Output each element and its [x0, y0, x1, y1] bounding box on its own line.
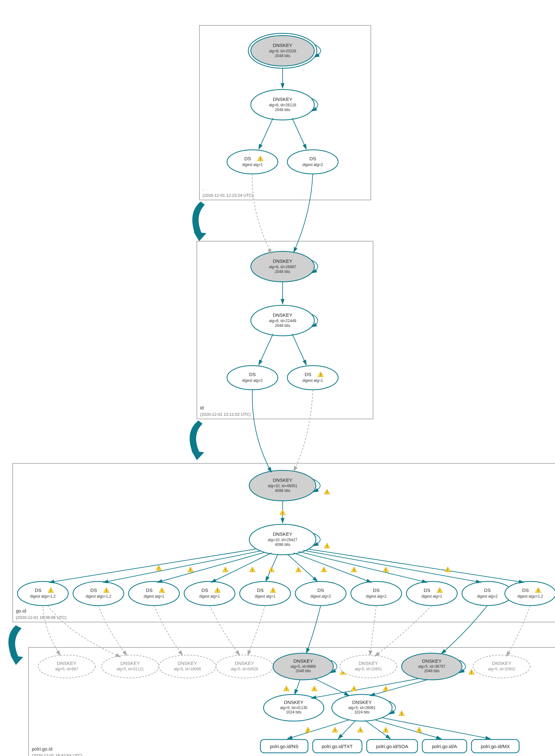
svg-text:DNSKEY: DNSKEY	[273, 312, 292, 318]
svg-text:DS: DS	[202, 587, 208, 593]
svg-text:alg=5, id=9886: alg=5, id=9886	[291, 664, 316, 669]
goid-ds-row: DSdigest algs=1,2 DSdigest algs=1,2 DSdi…	[17, 581, 555, 606]
zone-root-date: (2020-12-01 12:23:24 UTC)	[203, 193, 253, 198]
polri-dnskey-row: DNSKEYalg=5, id=667 DNSKEYalg=5, id=5112…	[38, 653, 530, 680]
zone-polri-label: polri.go.id	[32, 746, 52, 752]
svg-text:digest alg=2: digest alg=2	[477, 594, 498, 598]
svg-text:DNSKEY: DNSKEY	[273, 96, 292, 102]
svg-text:alg=5, id=32602: alg=5, id=32602	[488, 667, 515, 671]
svg-text:DNSKEY: DNSKEY	[273, 258, 292, 264]
svg-text:digest alg=2: digest alg=2	[302, 163, 323, 167]
zone-id-label: id	[200, 405, 204, 410]
svg-text:DNSKEY: DNSKEY	[120, 661, 140, 666]
svg-text:polri.go.id/MX: polri.go.id/MX	[481, 744, 510, 749]
node-id-ksk: DNSKEY alg=8, id=26887 2048 bits	[251, 251, 314, 282]
svg-text:1024 bits: 1024 bits	[354, 710, 370, 714]
svg-point-59	[351, 581, 402, 606]
svg-text:alg=5, id=667: alg=5, id=667	[55, 667, 78, 671]
zone-goid-label: go.id	[16, 608, 26, 614]
svg-text:DS: DS	[146, 587, 153, 593]
zone-arrow-goid-polri	[8, 625, 22, 659]
svg-text:DS: DS	[309, 156, 316, 161]
svg-text:2048 bits: 2048 bits	[296, 669, 311, 673]
svg-point-68	[505, 581, 555, 606]
svg-text:alg=10, id=25427: alg=10, id=25427	[268, 538, 298, 542]
svg-text:alg=10, id=48051: alg=10, id=48051	[268, 484, 298, 488]
node-id-zsk: DNSKEY alg=8, id=22449 2048 bits	[251, 305, 314, 336]
svg-point-75	[101, 655, 159, 678]
node-root-ksk: DNSKEY alg=8, id=20326 2048 bits	[248, 33, 317, 68]
svg-point-81	[216, 655, 273, 678]
svg-point-50	[184, 581, 235, 606]
svg-text:digest alg=2: digest alg=2	[366, 594, 386, 598]
svg-text:digest alg=2: digest alg=2	[310, 594, 331, 598]
svg-text:digest algs=1,2: digest algs=1,2	[517, 594, 543, 598]
svg-text:alg=5, id=41130: alg=5, id=41130	[280, 706, 307, 710]
rr-row: polri.go.id/NS polri.go.id/TXT polri.go.…	[260, 740, 519, 753]
svg-text:DS: DS	[484, 587, 491, 593]
node-polri-k41130: DNSKEY alg=5, id=41130 1024 bits	[263, 695, 324, 721]
svg-text:DS: DS	[245, 156, 251, 161]
node-goid-ksk: DNSKEY alg=10, id=48051 4096 bits	[249, 470, 316, 501]
svg-text:2048 bits: 2048 bits	[275, 54, 291, 58]
svg-text:2048 bits: 2048 bits	[275, 323, 291, 328]
svg-text:DNSKEY: DNSKEY	[492, 661, 512, 666]
svg-text:DNSKEY: DNSKEY	[273, 477, 292, 483]
node-root-zsk: DNSKEY alg=8, id=26116 2048 bits	[251, 89, 314, 120]
svg-text:DNSKEY: DNSKEY	[284, 700, 303, 705]
svg-text:DS: DS	[249, 372, 256, 377]
svg-text:2048 bits: 2048 bits	[275, 107, 291, 112]
svg-text:digest alg=1: digest alg=1	[421, 594, 442, 598]
svg-text:4096 bits: 4096 bits	[275, 488, 291, 493]
zone-goid-date: (2020-12-01 16:36:06 UTC)	[16, 615, 67, 620]
svg-point-53	[240, 581, 291, 606]
svg-point-14	[287, 150, 338, 174]
svg-text:digest alg=1: digest alg=1	[302, 378, 323, 383]
svg-text:alg=5, id=36757: alg=5, id=36757	[418, 664, 445, 669]
node-root-ds2: DS digest alg=2	[287, 150, 338, 174]
svg-point-26	[227, 366, 278, 390]
svg-text:polri.go.id/A: polri.go.id/A	[432, 744, 457, 749]
svg-text:2048 bits: 2048 bits	[275, 269, 291, 274]
svg-point-41	[17, 581, 68, 606]
svg-text:digest alg=1: digest alg=1	[255, 594, 275, 598]
zone-arrow-id-goid	[189, 420, 203, 454]
zone-id-date: (2020-12-01 13:11:02 UTC)	[200, 412, 251, 417]
svg-point-29	[287, 366, 338, 390]
svg-text:DNSKEY: DNSKEY	[234, 661, 254, 666]
node-root-ds1: DS digest alg=1	[227, 150, 278, 174]
warning-icon	[324, 543, 330, 548]
svg-text:alg=8, id=26116: alg=8, id=26116	[269, 103, 296, 107]
svg-text:DS: DS	[424, 587, 431, 593]
svg-point-95	[473, 655, 530, 678]
svg-text:DS: DS	[522, 587, 529, 593]
zone-arrow-root-id	[193, 202, 205, 235]
svg-text:DNSKEY: DNSKEY	[273, 531, 292, 537]
svg-text:digest alg=2: digest alg=2	[242, 378, 263, 383]
svg-text:alg=5, id=20851: alg=5, id=20851	[355, 667, 382, 671]
svg-text:polri.go.id/TXT: polri.go.id/TXT	[322, 744, 353, 749]
svg-text:alg=5, id=16006: alg=5, id=16006	[174, 667, 201, 671]
svg-text:DS: DS	[317, 587, 324, 593]
svg-text:digest alg=1: digest alg=1	[242, 163, 263, 167]
svg-text:DNSKEY: DNSKEY	[352, 700, 372, 705]
svg-point-88	[340, 655, 397, 678]
svg-text:alg=8, id=26887: alg=8, id=26887	[269, 265, 296, 269]
node-polri-k26061: DNSKEY alg=5, id=26061 1024 bits	[332, 695, 392, 721]
svg-text:digest algs=1,2: digest algs=1,2	[85, 594, 111, 598]
node-goid-zsk: DNSKEY alg=10, id=25427 4096 bits	[249, 524, 316, 555]
svg-text:alg=8, id=22449: alg=8, id=22449	[269, 319, 296, 323]
svg-point-56	[295, 581, 346, 606]
svg-text:polri.go.id/NS: polri.go.id/NS	[270, 744, 298, 749]
svg-text:4096 bits: 4096 bits	[275, 542, 291, 547]
svg-text:DNSKEY: DNSKEY	[273, 43, 292, 48]
node-id-ds2: DS digest alg=1	[287, 366, 338, 390]
svg-point-47	[129, 581, 179, 606]
svg-text:1024 bits: 1024 bits	[286, 710, 302, 714]
svg-point-62	[407, 581, 457, 606]
svg-text:DNSKEY: DNSKEY	[57, 661, 77, 666]
svg-text:DNSKEY: DNSKEY	[422, 658, 442, 664]
svg-text:alg=5, id=26061: alg=5, id=26061	[348, 706, 376, 710]
svg-text:DS: DS	[257, 587, 264, 593]
warning-icon	[280, 510, 286, 515]
